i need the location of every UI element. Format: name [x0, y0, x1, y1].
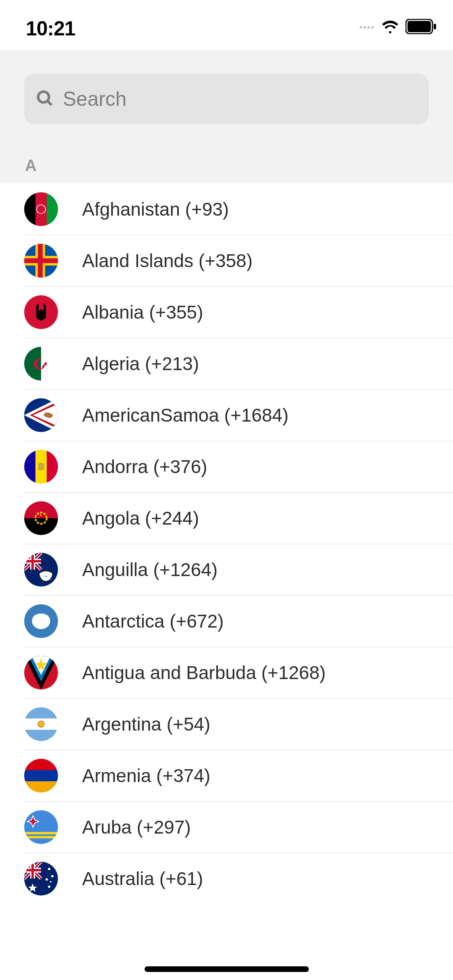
flag-anguilla-icon	[24, 553, 58, 587]
svg-rect-45	[24, 810, 58, 844]
country-label: AmericanSamoa (+1684)	[82, 404, 289, 426]
country-row-aland-islands[interactable]: Aland Islands (+358)	[0, 235, 453, 286]
flag-australia-icon	[24, 862, 58, 896]
country-row-american-samoa[interactable]: AmericanSamoa (+1684)	[0, 389, 453, 441]
country-label: Andorra (+376)	[82, 456, 207, 478]
flag-american-samoa-icon	[24, 398, 58, 432]
flag-antigua-and-barbuda-icon	[24, 656, 58, 690]
svg-point-41	[38, 721, 44, 727]
country-row-antigua-and-barbuda[interactable]: Antigua and Barbuda (+1268)	[0, 647, 453, 698]
svg-rect-2	[434, 24, 436, 29]
country-row-armenia[interactable]: Armenia (+374)	[0, 750, 453, 801]
svg-rect-40	[24, 730, 58, 741]
svg-rect-44	[24, 781, 58, 793]
section-title: A	[25, 156, 37, 174]
svg-rect-7	[47, 192, 58, 226]
flag-argentina-icon	[24, 707, 58, 741]
svg-rect-15	[24, 347, 41, 381]
status-time: 10:21	[26, 17, 75, 40]
section-header: A	[0, 124, 453, 183]
country-row-anguilla[interactable]: Anguilla (+1264)	[0, 544, 453, 595]
flag-andorra-icon	[24, 450, 58, 484]
svg-rect-13	[38, 244, 43, 278]
country-label: Afghanistan (+93)	[82, 198, 229, 220]
country-label: Anguilla (+1264)	[82, 559, 217, 581]
status-bar: 10:21 ••••	[0, 0, 453, 50]
svg-rect-5	[24, 192, 35, 226]
country-row-antarctica[interactable]: Antarctica (+672)	[0, 595, 453, 647]
svg-rect-1	[407, 21, 431, 32]
battery-icon	[405, 19, 437, 36]
home-indicator[interactable]	[145, 966, 309, 972]
svg-rect-27	[24, 518, 58, 535]
flag-antarctica-icon	[24, 604, 58, 638]
country-label: Argentina (+54)	[82, 713, 210, 735]
country-label: Aland Islands (+358)	[82, 250, 252, 272]
svg-rect-38	[24, 707, 58, 719]
flag-algeria-icon	[24, 347, 58, 381]
svg-rect-46	[24, 832, 58, 834]
country-row-angola[interactable]: Angola (+244)	[0, 492, 453, 544]
search-icon	[35, 89, 54, 109]
svg-point-3	[38, 92, 49, 103]
svg-point-54	[46, 878, 48, 881]
svg-line-4	[48, 101, 52, 105]
flag-aruba-icon	[24, 810, 58, 844]
country-label: Antigua and Barbuda (+1268)	[82, 662, 326, 684]
svg-point-53	[51, 875, 54, 877]
svg-rect-25	[39, 463, 43, 470]
svg-rect-6	[35, 192, 47, 226]
flag-aland-islands-icon	[24, 244, 58, 278]
country-row-aruba[interactable]: Aruba (+297)	[0, 801, 453, 853]
country-row-afghanistan[interactable]: Afghanistan (+93)	[0, 183, 453, 235]
country-label: Australia (+61)	[82, 868, 203, 889]
cellular-signal-icon: ••••	[359, 22, 375, 33]
country-label: Angola (+244)	[82, 507, 199, 529]
search-section: Search	[0, 50, 453, 124]
country-label: Algeria (+213)	[82, 353, 199, 375]
flag-afghanistan-icon	[24, 192, 58, 226]
svg-rect-47	[24, 836, 58, 838]
country-label: Albania (+355)	[82, 301, 203, 323]
flag-angola-icon	[24, 501, 58, 535]
country-label: Armenia (+374)	[82, 765, 210, 786]
country-list[interactable]: Afghanistan (+93) Aland Islands (+358) A…	[0, 183, 453, 904]
svg-point-56	[50, 881, 52, 883]
country-row-australia[interactable]: Australia (+61)	[0, 853, 453, 904]
country-label: Antarctica (+672)	[82, 610, 224, 632]
country-row-algeria[interactable]: Algeria (+213)	[0, 338, 453, 389]
country-row-argentina[interactable]: Argentina (+54)	[0, 698, 453, 750]
country-label: Aruba (+297)	[82, 816, 191, 838]
svg-rect-42	[24, 759, 58, 770]
country-row-albania[interactable]: Albania (+355)	[0, 286, 453, 338]
svg-rect-22	[24, 450, 35, 484]
country-row-andorra[interactable]: Andorra (+376)	[0, 441, 453, 492]
wifi-icon	[381, 17, 400, 38]
flag-albania-icon	[24, 295, 58, 329]
status-indicators: ••••	[359, 17, 437, 38]
flag-armenia-icon	[24, 759, 58, 793]
svg-point-55	[48, 885, 50, 888]
search-input[interactable]: Search	[24, 74, 429, 124]
search-placeholder: Search	[63, 87, 126, 111]
svg-rect-43	[24, 770, 58, 781]
svg-point-52	[48, 868, 50, 870]
svg-rect-24	[47, 450, 58, 484]
